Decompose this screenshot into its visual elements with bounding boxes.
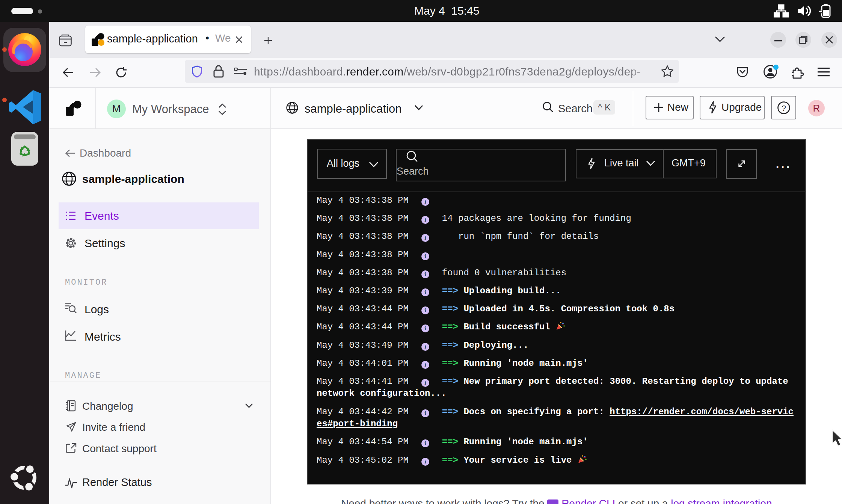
svg-text:?: ? xyxy=(782,104,786,112)
